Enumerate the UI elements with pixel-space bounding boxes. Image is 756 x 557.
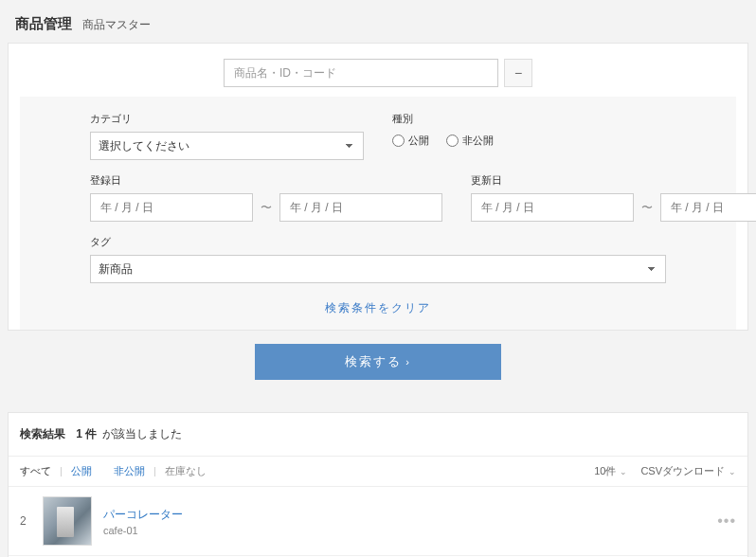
type-private-radio[interactable]: 非公開 [446, 134, 494, 148]
upd-date-label: 更新日 [471, 173, 756, 188]
results-header: 検索結果 1 件 が該当しました [9, 413, 747, 457]
upd-date-from[interactable] [471, 193, 634, 222]
results-panel: 検索結果 1 件 が該当しました すべて | 公開 非公開 | 在庫なし 10件… [8, 412, 748, 557]
date-separator: 〜 [261, 200, 272, 216]
item-name-link[interactable]: パーコレーター [103, 507, 183, 523]
chevron-down-icon: ⌄ [620, 467, 627, 476]
type-public-radio[interactable]: 公開 [392, 134, 429, 148]
tag-select[interactable]: 新商品 [90, 255, 666, 283]
results-title: 検索結果 [20, 427, 65, 440]
minus-icon: − [514, 65, 522, 81]
type-label: 種別 [392, 112, 666, 126]
results-subheader: すべて | 公開 非公開 | 在庫なし 10件 ⌄ CSVダウンロード ⌄ [9, 457, 747, 487]
chevron-right-icon: › [405, 356, 411, 368]
clear-conditions-link[interactable]: 検索条件をクリア [325, 301, 431, 314]
reg-date-label: 登録日 [90, 173, 442, 188]
search-top: − [9, 44, 747, 87]
search-panel: − カテゴリ 選択してください 種別 公開 非公開 登録日 [8, 43, 748, 331]
results-count: 1 件 [76, 427, 97, 440]
category-select[interactable]: 選択してください [90, 132, 364, 160]
per-page-dropdown[interactable]: 10件 ⌄ [594, 464, 627, 478]
advanced-search: カテゴリ 選択してください 種別 公開 非公開 登録日 〜 [20, 97, 736, 330]
more-actions-icon[interactable]: ••• [717, 512, 736, 530]
csv-download-dropdown[interactable]: CSVダウンロード ⌄ [640, 464, 736, 478]
upd-date-to[interactable] [660, 193, 756, 222]
item-index: 2 [20, 514, 33, 528]
reg-date-to[interactable] [279, 193, 442, 222]
filter-tabs: すべて | 公開 非公開 | 在庫なし [20, 464, 207, 478]
page-title: 商品管理 [15, 15, 72, 33]
filter-nostock[interactable]: 在庫なし [165, 465, 207, 476]
item-thumbnail [43, 496, 92, 546]
list-item[interactable]: 2 パーコレーター cafe-01 ••• [9, 487, 747, 556]
filter-private[interactable]: 非公開 [114, 465, 145, 476]
collapse-button[interactable]: − [504, 59, 532, 87]
reg-date-from[interactable] [90, 193, 253, 222]
tag-label: タグ [90, 235, 666, 249]
search-input[interactable] [224, 59, 498, 87]
category-label: カテゴリ [90, 112, 364, 126]
page-subtitle: 商品マスター [82, 18, 151, 31]
page-header: 商品管理 商品マスター [0, 0, 756, 43]
date-separator: 〜 [641, 200, 653, 216]
results-suffix: が該当しました [102, 427, 182, 440]
chevron-down-icon: ⌄ [729, 467, 736, 476]
filter-public[interactable]: 公開 [71, 465, 92, 476]
item-code: cafe-01 [103, 525, 183, 536]
search-button[interactable]: 検索する › [255, 344, 501, 380]
filter-all[interactable]: すべて [20, 465, 51, 476]
